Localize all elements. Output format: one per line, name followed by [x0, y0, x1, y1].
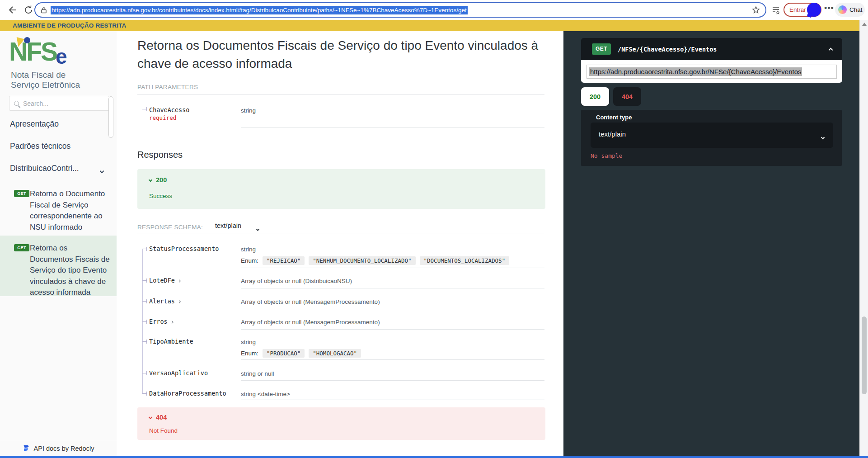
logo-text-e: e	[56, 45, 67, 68]
sidebar-item-distribuicao-contribuinte[interactable]: DistribuicaoContri...	[0, 164, 117, 173]
page-title: Retorna os Documentos Fiscais de Serviço…	[137, 37, 538, 73]
operation-label-line: Retorna o Documento	[30, 189, 113, 200]
tree-tick	[142, 393, 146, 394]
tree-tick	[146, 320, 147, 324]
field-type: string or null	[241, 370, 274, 377]
schema-content-type-select[interactable]: text/plain	[215, 222, 241, 229]
profile-avatar[interactable]	[807, 3, 821, 17]
param-name: ChaveAcesso	[149, 106, 189, 113]
response-404-panel: 404 Not Found	[137, 407, 545, 440]
field-tipo-ambiente: TipoAmbiente	[149, 338, 193, 345]
request-url-container: https://adn.producaorestrita.nfse.gov.br…	[581, 60, 842, 83]
scroll-up-arrow-icon[interactable]	[862, 23, 867, 26]
request-console-panel: GET /NFSe/{ChaveAcesso}/Eventos https://…	[563, 31, 859, 456]
tree-tick	[146, 299, 147, 303]
sidebar-item-apresentacao[interactable]: Apresentação	[0, 119, 117, 129]
enum-label: Enum:	[241, 350, 258, 357]
separator	[241, 400, 544, 400]
lock-icon	[41, 7, 47, 14]
bottom-accent-line	[0, 456, 868, 458]
page-scrollbar-thumb[interactable]	[862, 316, 867, 394]
field-datahora-processamento: DataHoraProcessamento	[149, 390, 226, 397]
collections-icon[interactable]	[771, 5, 781, 15]
responses-heading: Responses	[137, 150, 183, 160]
sidebar-footer-divider	[0, 441, 117, 441]
separator	[241, 380, 544, 381]
field-status-processamento: StatusProcessamento	[149, 245, 219, 252]
environment-banner-text: AMBIENTE DE PRODUÇÃO RESTRITA	[13, 22, 127, 29]
favorite-star-icon[interactable]	[752, 6, 760, 14]
path-parameters-heading: PATH PARAMETERS	[137, 84, 544, 95]
field-type: string <date-time>	[241, 391, 290, 397]
chat-label: Chat	[849, 6, 863, 13]
request-url-text: https://adn.producaorestrita.nfse.gov.br…	[589, 67, 802, 76]
chevron-up-icon	[829, 45, 832, 53]
field-type: Array of objects or null (MensagemProces…	[241, 298, 380, 305]
tree-tick	[142, 249, 146, 249]
param-required-label: required	[149, 114, 176, 121]
sidebar-operation-eventos-active[interactable]: GET Retorna os Documentos Fiscais de Ser…	[0, 236, 117, 296]
operation-label-line: NSU informado	[30, 222, 113, 233]
sidebar-scrollbar-thumb[interactable]	[108, 96, 113, 138]
response-200-message: Success	[149, 193, 172, 199]
sidebar-operation-nsu[interactable]: GET Retorna o Documento Fiscal de Serviç…	[0, 188, 117, 236]
main-content: Retorna os Documentos Fiscais de Serviço…	[117, 31, 563, 456]
enum-chip: "DOCUMENTOS_LOCALIZADOS"	[420, 256, 510, 265]
response-schema-row: RESPONSE SCHEMA: text/plain	[137, 223, 544, 233]
tree-tick	[142, 109, 146, 109]
operation-label-line: Documentos Fiscais de	[30, 254, 113, 265]
endpoint-header[interactable]: GET /NFSe/{ChaveAcesso}/Eventos	[581, 38, 842, 60]
operation-label-line: Fiscal de Serviço	[30, 200, 113, 211]
response-404-message: Not Found	[149, 427, 178, 434]
no-sample-text: No sample	[591, 152, 622, 159]
endpoint-path: /NFSe/{ChaveAcesso}/Eventos	[618, 46, 717, 53]
copilot-chat-button[interactable]: Chat	[835, 3, 865, 17]
operation-label-line: Serviço do tipo Evento	[30, 265, 113, 276]
get-badge: GET	[592, 43, 611, 55]
browser-window: https://adn.producaorestrita.nfse.gov.br…	[0, 0, 868, 458]
get-badge: GET	[14, 244, 29, 251]
operation-label-line: Retorna os	[30, 243, 113, 254]
content-type-value: text/plain	[599, 130, 626, 138]
sidebar-item-padroes-tecnicos[interactable]: Padrões técnicos	[0, 142, 117, 151]
response-tab-404[interactable]: 404	[613, 87, 641, 106]
operation-label-line: correspondenente ao	[30, 211, 113, 222]
enum-label: Enum:	[241, 257, 258, 264]
content-type-select[interactable]: text/plain	[591, 123, 833, 148]
separator	[241, 329, 544, 330]
enum-chip: "REJEICAO"	[263, 256, 305, 265]
field-versao-aplicativo: VersaoAplicativo	[149, 369, 208, 377]
expand-icon	[178, 300, 181, 303]
tree-tick	[146, 279, 147, 283]
enum-chip: "PRODUCAO"	[263, 349, 305, 358]
tree-tick	[142, 373, 146, 373]
field-lotedfe[interactable]: LoteDFe	[149, 277, 180, 284]
address-bar[interactable]: https://adn.producaorestrita.nfse.gov.br…	[34, 2, 766, 18]
url-text: https://adn.producaorestrita.nfse.gov.br…	[51, 6, 468, 14]
tree-tick	[146, 340, 147, 344]
redocly-footer-link[interactable]: API docs by Redocly	[0, 444, 117, 452]
response-404-toggle[interactable]: 404	[149, 414, 167, 421]
browser-menu-icon[interactable]: •••	[824, 4, 834, 13]
expand-icon	[170, 321, 174, 324]
page-scrollbar[interactable]	[859, 20, 868, 456]
field-erros[interactable]: Erros	[149, 318, 173, 325]
enum-chip: "NENHUM_DOCUMENTO_LOCALIZADO"	[309, 256, 415, 265]
tree-tick	[146, 107, 147, 111]
operation-label-line: vinculados à chave de	[30, 276, 113, 288]
reload-icon[interactable]	[23, 5, 33, 15]
request-url-input[interactable]: https://adn.producaorestrita.nfse.gov.br…	[586, 65, 837, 79]
response-tab-200[interactable]: 200	[581, 87, 609, 106]
content-type-panel: Content type text/plain No sample	[581, 110, 842, 166]
field-type: string	[241, 339, 256, 345]
field-alertas[interactable]: Alertas	[149, 297, 180, 305]
chevron-down-icon	[149, 178, 152, 182]
separator	[241, 309, 544, 309]
sidebar-search[interactable]	[9, 96, 109, 111]
expand-icon	[178, 279, 181, 283]
response-200-panel: 200 Success	[137, 169, 545, 209]
response-200-toggle[interactable]: 200	[149, 176, 167, 184]
search-input[interactable]	[23, 100, 100, 107]
logo-subtitle-1: Nota Fiscal de	[11, 70, 66, 80]
back-icon[interactable]	[7, 5, 17, 15]
